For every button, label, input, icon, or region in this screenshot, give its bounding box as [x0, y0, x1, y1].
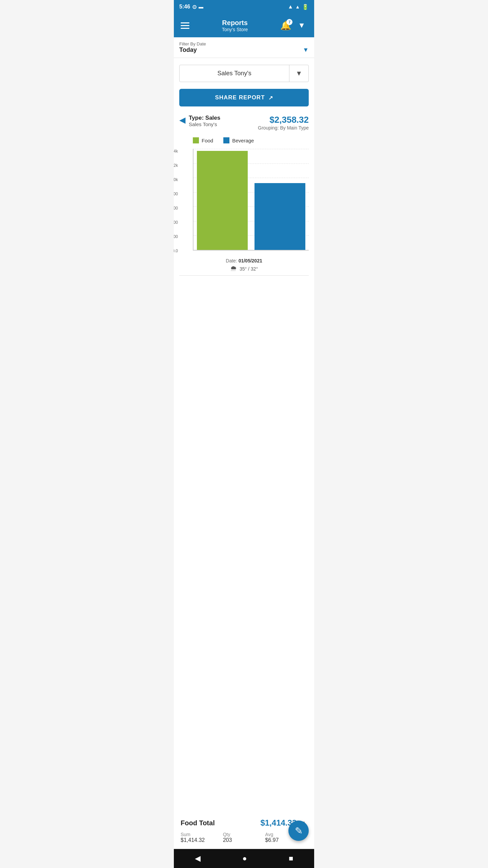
report-back-arrow[interactable]: ◀ [179, 115, 185, 125]
stat-qty-label: Qty [223, 832, 265, 837]
recent-nav-button[interactable]: ■ [282, 851, 300, 866]
date-dropdown-arrow: ▼ [303, 46, 309, 54]
wifi-icon: ▲ [288, 4, 293, 10]
date-filter-value: Today [179, 46, 197, 54]
nav-actions: 🔔 7 ▼ [279, 19, 309, 32]
main-content: Sales Tony's ▼ SHARE REPORT ↗︎ ◀ Type: S… [174, 58, 314, 812]
chart-legend: Food Beverage [179, 137, 309, 143]
y-label-7: 0.0 [174, 249, 178, 253]
fab-edit-icon: ✎ [295, 825, 303, 836]
hamburger-button[interactable] [179, 21, 191, 30]
time-display: 5:46 [179, 4, 190, 10]
report-selector: Sales Tony's ▼ [179, 65, 309, 82]
weather-icon: 🌨 [230, 265, 237, 273]
stat-sum-value: $1,414.32 [181, 837, 223, 843]
date-filter[interactable]: Filter By Date Today ▼ [174, 37, 314, 58]
stat-sum: Sum $1,414.32 [181, 832, 223, 843]
nav-title-sub: Tony's Store [222, 27, 248, 32]
weather-temp: 35° / 32° [240, 266, 258, 272]
nav-title: Reports Tony's Store [222, 19, 248, 32]
y-label-1: 1.2k [174, 163, 178, 168]
recent-nav-icon: ■ [289, 854, 293, 863]
y-label-2: 1.0k [174, 177, 178, 182]
status-right: ▲ ▲ 🔋 [288, 4, 309, 10]
status-left: 5:46 ⊙ ▬ [179, 4, 203, 10]
sim-icon: ⊙ [192, 4, 197, 10]
filter-button[interactable]: ▼ [294, 19, 309, 32]
stat-sum-label: Sum [181, 832, 223, 837]
battery-icon: 🔋 [302, 4, 309, 10]
y-label-6: 200 [174, 234, 178, 239]
hamburger-line-3 [181, 28, 189, 29]
bar-food [197, 151, 248, 250]
notification-button[interactable]: 🔔 7 [279, 19, 292, 32]
home-nav-button[interactable]: ● [236, 851, 253, 866]
chart-container: 1.4k 1.2k 1.0k 800 600 400 200 0.0 [179, 149, 309, 254]
date-highlight: 01/05/2021 [239, 258, 262, 263]
report-header-left: ◀ Type: Sales Sales Tony's [179, 115, 220, 127]
legend-food-label: Food [202, 138, 213, 143]
back-nav-icon: ◀ [195, 854, 201, 863]
report-selector-label: Sales Tony's [180, 65, 289, 82]
report-grouping-label: Grouping: By Main Type [258, 125, 309, 131]
y-axis-labels: 1.4k 1.2k 1.0k 800 600 400 200 0.0 [174, 149, 178, 254]
share-report-button[interactable]: SHARE REPORT ↗︎ [179, 89, 309, 106]
stat-qty: Qty 203 [223, 832, 265, 843]
weather-row: 🌨 35° / 32° [179, 265, 309, 273]
date-filter-row: Today ▼ [179, 46, 309, 54]
legend-beverage: Beverage [223, 137, 254, 143]
legend-beverage-label: Beverage [232, 138, 254, 143]
legend-food-color [193, 137, 199, 143]
report-header: ◀ Type: Sales Sales Tony's $2,358.32 Gro… [179, 115, 309, 131]
date-info-text: Date: 01/05/2021 [179, 258, 309, 263]
bars-wrapper [197, 149, 305, 250]
y-label-3: 800 [174, 192, 178, 196]
share-report-label: SHARE REPORT [215, 94, 265, 101]
report-selector-dropdown-button[interactable]: ▼ [289, 65, 308, 82]
hamburger-line-1 [181, 22, 189, 23]
date-filter-label: Filter By Date [179, 41, 309, 46]
report-total-amount: $2,358.32 [258, 115, 309, 125]
back-nav-button[interactable]: ◀ [188, 851, 207, 866]
chart-area [193, 149, 309, 251]
section-total-label: Food Total [181, 819, 215, 827]
legend-food: Food [193, 137, 213, 143]
funnel-icon: ▼ [298, 21, 305, 29]
y-label-0: 1.4k [174, 149, 178, 154]
report-subtype-label: Sales Tony's [189, 121, 220, 127]
sd-icon: ▬ [199, 4, 203, 9]
hamburger-line-2 [181, 25, 189, 26]
home-nav-icon: ● [242, 854, 247, 863]
report-header-right: $2,358.32 Grouping: By Main Type [258, 115, 309, 131]
top-nav: Reports Tony's Store 🔔 7 ▼ [174, 14, 314, 37]
stat-qty-value: 203 [223, 837, 265, 843]
report-type-info: Type: Sales Sales Tony's [189, 115, 220, 127]
bar-beverage [255, 183, 305, 250]
section-total-header: Food Total $1,414.32 ▲ [181, 818, 307, 828]
status-bar: 5:46 ⊙ ▬ ▲ ▲ 🔋 [174, 0, 314, 14]
nav-title-main: Reports [222, 19, 248, 27]
fab-edit-button[interactable]: ✎ [288, 821, 309, 841]
notification-badge: 7 [286, 19, 292, 25]
report-selector-arrow-icon: ▼ [296, 70, 302, 77]
report-type-label: Type: Sales [189, 115, 220, 121]
date-info: Date: 01/05/2021 🌨 35° / 32° [179, 254, 309, 276]
legend-beverage-color [223, 137, 229, 143]
bottom-nav: ◀ ● ■ [174, 849, 314, 868]
y-label-5: 400 [174, 220, 178, 225]
y-label-4: 600 [174, 206, 178, 211]
signal-icon: ▲ [295, 4, 300, 9]
share-external-icon: ↗︎ [268, 95, 273, 101]
